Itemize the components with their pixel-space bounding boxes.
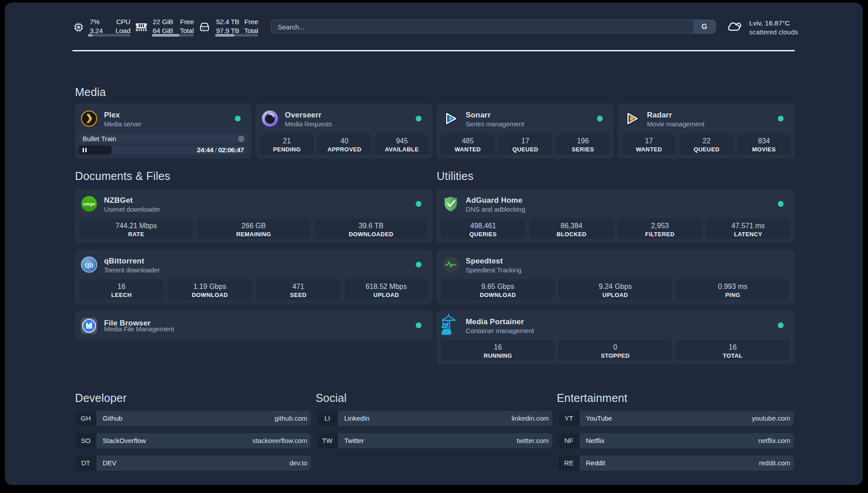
- svg-text:nzbget: nzbget: [83, 202, 95, 206]
- svg-text:qb: qb: [85, 261, 93, 269]
